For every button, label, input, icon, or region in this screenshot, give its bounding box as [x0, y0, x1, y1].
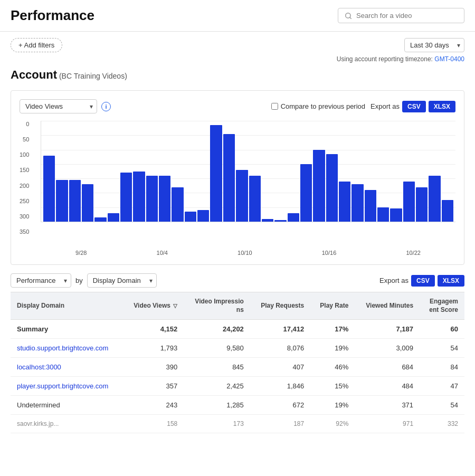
bar-chart: 350 300 250 200 150 100 50 0 9/28 10/4 1…: [20, 121, 455, 256]
bar-item: [313, 150, 325, 222]
domain-link[interactable]: studio.support.brightcove.com: [17, 344, 108, 352]
row-play-requests: 8,076: [250, 339, 310, 358]
bar-item: [82, 184, 93, 222]
performance-selector[interactable]: Performance Engagement Reach: [11, 273, 71, 288]
chart-xlsx-button[interactable]: XLSX: [429, 101, 455, 112]
bar-item: [352, 184, 363, 222]
bar-item: [236, 170, 248, 222]
bar-item: [56, 180, 68, 222]
metric-select[interactable]: Video Views Video Impressions Play Reque…: [20, 99, 97, 113]
account-subtitle: (BC Training Videos): [59, 72, 127, 80]
row-play-rate: 15%: [310, 377, 355, 396]
bar-item: [262, 219, 273, 222]
metric-selector[interactable]: Video Views Video Impressions Play Reque…: [20, 99, 97, 113]
row-play-requests: 407: [250, 358, 310, 377]
table-row: studio.support.brightcove.com1,7939,5808…: [11, 339, 464, 358]
row-play-rate: 92%: [310, 415, 355, 433]
row-video-impressions: 9,580: [184, 339, 250, 358]
search-box[interactable]: [338, 8, 464, 23]
table-row: localhost:300039084540746%68484: [11, 358, 464, 377]
bar-item: [390, 208, 402, 222]
summary-engagement-score: 60: [420, 320, 464, 339]
row-video-views: 1,793: [123, 339, 184, 358]
row-engagement-score: 47: [420, 377, 464, 396]
add-filters-button[interactable]: + Add filters: [11, 38, 62, 52]
chart-csv-button[interactable]: CSV: [402, 101, 426, 112]
info-icon[interactable]: i: [101, 102, 111, 111]
bar-item: [300, 164, 312, 222]
dimension-select[interactable]: Display Domain Device Country Player: [87, 273, 157, 288]
col-engagement-score: Engagement Score: [420, 292, 464, 320]
table-row: player.support.brightcove.com3572,4251,8…: [11, 377, 464, 396]
col-video-views[interactable]: Video Views ▽: [123, 292, 184, 320]
bar-item: [365, 190, 376, 222]
table-export-group: Export as CSV XLSX: [379, 275, 464, 287]
bar-item: [339, 182, 350, 222]
row-play-requests: 1,846: [250, 377, 310, 396]
col-display-domain: Display Domain: [11, 292, 123, 320]
bar-item: [377, 207, 389, 222]
col-play-rate: Play Rate: [310, 292, 355, 320]
row-domain[interactable]: studio.support.brightcove.com: [11, 339, 123, 358]
row-domain[interactable]: player.support.brightcove.com: [11, 377, 123, 396]
summary-viewed-minutes: 7,187: [355, 320, 420, 339]
bar-item: [185, 212, 196, 222]
row-domain[interactable]: localhost:3000: [11, 358, 123, 377]
y-axis: 350 300 250 200 150 100 50 0: [20, 121, 32, 235]
bar-item: [429, 176, 440, 222]
summary-play-requests: 17,412: [250, 320, 310, 339]
row-domain: saovr.kirks.jp...: [11, 415, 123, 433]
page-title: Performance: [11, 7, 94, 24]
table-xlsx-button[interactable]: XLSX: [438, 275, 464, 287]
bar-item: [416, 187, 428, 222]
row-video-impressions: 173: [184, 415, 250, 433]
row-play-requests: 672: [250, 396, 310, 415]
date-selector[interactable]: Last 30 days Last 7 days Last 90 days Cu…: [404, 38, 464, 52]
row-viewed-minutes: 484: [355, 377, 420, 396]
dimension-selector[interactable]: Display Domain Device Country Player: [87, 273, 157, 288]
row-video-impressions: 2,425: [184, 377, 250, 396]
table-row: saovr.kirks.jp...15817318792%971332: [11, 415, 464, 433]
table-body: Summary 4,152 24,202 17,412 17% 7,187 60…: [11, 320, 464, 433]
bar-item: [43, 156, 55, 222]
row-video-views: 357: [123, 377, 184, 396]
account-title: Account: [11, 68, 57, 81]
row-play-rate: 19%: [310, 396, 355, 415]
table-controls: Performance Engagement Reach by Display …: [11, 273, 464, 288]
col-video-impressions: Video Impressions: [184, 292, 250, 320]
bar-item: [159, 176, 170, 222]
row-engagement-score: 332: [420, 415, 464, 433]
row-engagement-score: 54: [420, 339, 464, 358]
row-video-views: 243: [123, 396, 184, 415]
account-section: Account (BC Training Videos): [0, 66, 475, 88]
bar-item: [69, 180, 81, 222]
row-video-impressions: 845: [184, 358, 250, 377]
date-select[interactable]: Last 30 days Last 7 days Last 90 days Cu…: [404, 38, 464, 52]
chart-left: Video Views Video Impressions Play Reque…: [20, 99, 111, 113]
performance-select[interactable]: Performance Engagement Reach: [11, 273, 71, 288]
domain-link[interactable]: localhost:3000: [17, 363, 61, 371]
bar-item: [326, 154, 338, 222]
x-axis: 9/28 10/4 10/10 10/16 10/22: [20, 250, 455, 256]
row-viewed-minutes: 3,009: [355, 339, 420, 358]
domain-link[interactable]: player.support.brightcove.com: [17, 382, 108, 390]
bar-item: [210, 125, 222, 222]
data-table: Display Domain Video Views ▽ Video Impre…: [11, 292, 464, 433]
compare-checkbox[interactable]: [271, 103, 278, 110]
chart-area: [41, 121, 455, 222]
row-play-rate: 46%: [310, 358, 355, 377]
table-csv-button[interactable]: CSV: [411, 275, 435, 287]
header: Performance: [0, 0, 475, 32]
bar-item: [442, 200, 453, 222]
row-engagement-score: 54: [420, 396, 464, 415]
row-viewed-minutes: 371: [355, 396, 420, 415]
row-domain: Undetermined: [11, 396, 123, 415]
row-video-views: 158: [123, 415, 184, 433]
compare-checkbox-label[interactable]: Compare to previous period: [271, 102, 365, 110]
bar-item: [249, 176, 261, 222]
bar-item: [197, 210, 209, 222]
timezone-link[interactable]: GMT-0400: [434, 55, 464, 63]
row-play-rate: 19%: [310, 339, 355, 358]
bar-item: [94, 217, 106, 222]
search-input[interactable]: [356, 12, 458, 20]
